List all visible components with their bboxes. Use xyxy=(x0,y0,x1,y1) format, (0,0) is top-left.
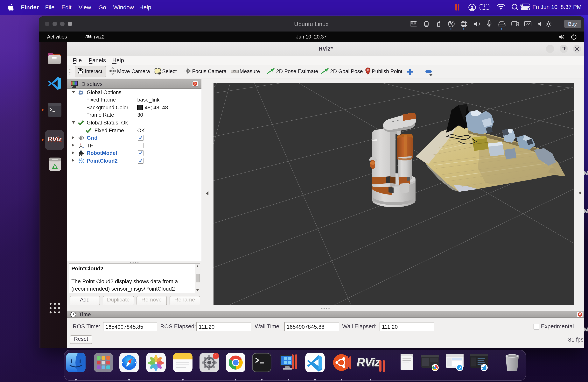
svg-text:1: 1 xyxy=(214,353,217,358)
